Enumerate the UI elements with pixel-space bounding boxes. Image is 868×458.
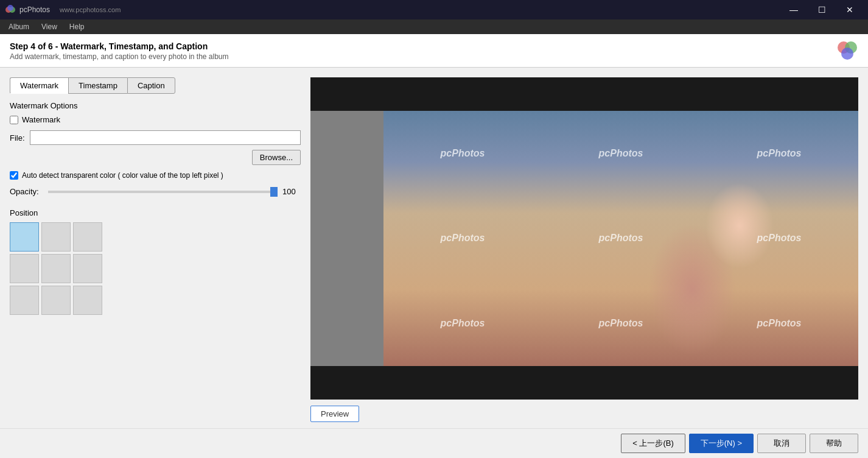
menu-help[interactable]: Help — [63, 21, 91, 32]
main-content: Watermark Timestamp Caption Watermark Op… — [0, 68, 868, 428]
menu-bar: Album View Help — [0, 19, 868, 34]
logo-icon — [836, 40, 858, 62]
file-label: File: — [10, 133, 25, 143]
title-watermark: www.pcphotoss.com — [60, 6, 121, 13]
opacity-value: 100 — [282, 187, 301, 196]
preview-middle: pcPhotos pcPhotos pcPhotos pcPhotos pcPh… — [310, 111, 858, 366]
step-subtitle: Add watermark, timestamp, and caption to… — [10, 52, 229, 61]
title-bar-left: pcPhotos www.pcphotoss.com — [5, 4, 121, 15]
preview-button[interactable]: Preview — [310, 406, 359, 422]
tab-timestamp[interactable]: Timestamp — [68, 77, 127, 94]
browse-button[interactable]: Browse... — [252, 150, 301, 165]
tab-caption[interactable]: Caption — [127, 77, 175, 94]
window-controls: — ☐ ✕ — [780, 1, 863, 18]
opacity-slider[interactable] — [48, 191, 278, 193]
left-panel: Watermark Timestamp Caption Watermark Op… — [0, 68, 310, 428]
preview-top-bar — [310, 77, 858, 111]
position-section: Position — [10, 208, 301, 315]
auto-detect-row: Auto detect transparent color ( color va… — [10, 171, 301, 180]
position-cell-3[interactable] — [10, 254, 39, 283]
back-button[interactable]: < 上一步(B) — [621, 434, 685, 453]
preview-photo: pcPhotos pcPhotos pcPhotos pcPhotos pcPh… — [383, 111, 858, 366]
watermark-options-section: Watermark Options Watermark File: Browse… — [10, 101, 301, 315]
footer: < 上一步(B) 下一步(N) > 取消 帮助 — [0, 428, 868, 458]
file-input[interactable] — [30, 130, 301, 145]
app-title: pcPhotos — [19, 5, 50, 14]
position-grid — [10, 222, 301, 315]
header-text: Step 4 of 6 - Watermark, Timestamp, and … — [10, 41, 229, 61]
position-cell-7[interactable] — [41, 286, 71, 315]
position-cell-4[interactable] — [41, 254, 71, 283]
watermark-checkbox-label: Watermark — [22, 115, 60, 124]
tab-watermark[interactable]: Watermark — [10, 77, 68, 94]
position-cell-5[interactable] — [73, 254, 102, 283]
header: Step 4 of 6 - Watermark, Timestamp, and … — [0, 34, 868, 68]
position-cell-8[interactable] — [73, 286, 102, 315]
position-cell-1[interactable] — [41, 222, 71, 252]
header-logo — [836, 40, 858, 62]
browse-row: Browse... — [10, 150, 301, 165]
next-button[interactable]: 下一步(N) > — [689, 434, 754, 453]
close-button[interactable]: ✕ — [836, 1, 863, 18]
step-title: Step 4 of 6 - Watermark, Timestamp, and … — [10, 41, 229, 51]
preview-bottom-bar — [310, 366, 858, 400]
tabs-container: Watermark Timestamp Caption — [10, 77, 301, 94]
watermark-checkbox-row: Watermark — [10, 115, 301, 124]
app-icon — [5, 4, 16, 15]
section-title: Watermark Options — [10, 101, 301, 110]
help-button[interactable]: 帮助 — [810, 434, 858, 453]
auto-detect-checkbox[interactable] — [10, 171, 18, 180]
position-cell-2[interactable] — [73, 222, 102, 252]
menu-album[interactable]: Album — [2, 21, 35, 32]
menu-view[interactable]: View — [35, 21, 63, 32]
preview-left-strip — [310, 111, 383, 366]
maximize-button[interactable]: ☐ — [808, 1, 835, 18]
position-cell-6[interactable] — [10, 286, 39, 315]
opacity-row: Opacity: 100 — [10, 187, 301, 196]
auto-detect-label: Auto detect transparent color ( color va… — [22, 171, 223, 180]
watermark-checkbox[interactable] — [10, 116, 18, 124]
svg-point-2 — [7, 5, 13, 11]
preview-area: pcPhotos pcPhotos pcPhotos pcPhotos pcPh… — [310, 77, 858, 400]
photo-person — [383, 111, 858, 366]
opacity-label: Opacity: — [10, 187, 43, 196]
title-bar: pcPhotos www.pcphotoss.com — ☐ ✕ — [0, 0, 868, 19]
minimize-button[interactable]: — — [780, 1, 807, 18]
file-row: File: — [10, 130, 301, 145]
svg-point-5 — [841, 48, 853, 60]
preview-btn-row: Preview — [310, 406, 858, 428]
right-panel: pcPhotos pcPhotos pcPhotos pcPhotos pcPh… — [310, 68, 868, 428]
cancel-button[interactable]: 取消 — [757, 434, 806, 453]
position-cell-0[interactable] — [10, 222, 39, 252]
preview-image: pcPhotos pcPhotos pcPhotos pcPhotos pcPh… — [310, 77, 858, 400]
position-title: Position — [10, 208, 301, 217]
